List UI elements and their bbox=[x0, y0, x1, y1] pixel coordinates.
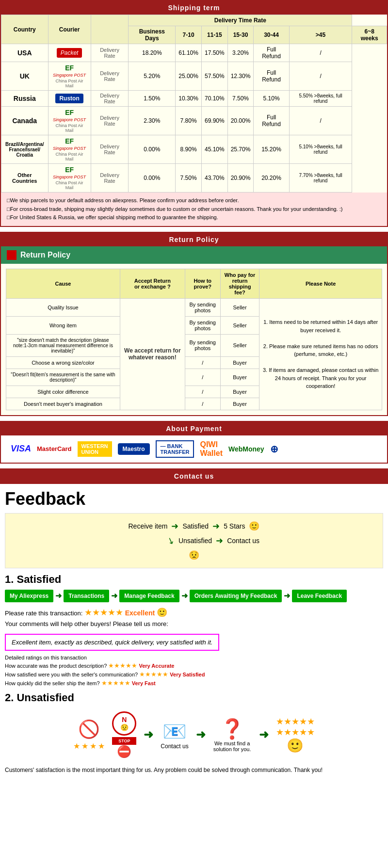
no-sign-icon: 🚫 bbox=[73, 719, 105, 739]
pays-wrong-size: Buyer bbox=[220, 356, 259, 369]
usa-15-30: 17.50% bbox=[201, 44, 227, 62]
brazil-45: 15.20% bbox=[254, 135, 289, 164]
arrow-diagonal: ↘ bbox=[166, 534, 177, 547]
brazil-15-30: 45.10% bbox=[201, 135, 227, 164]
courier-canada: EF Singapore POST China Post Air Mail bbox=[48, 107, 91, 135]
western-union-logo: WESTERNUNION bbox=[78, 441, 112, 457]
delivery-rate-canada: Delivery Rate bbox=[91, 107, 129, 135]
smiley-excellent: 🙂 bbox=[157, 608, 167, 617]
find-solution-label: We must find a solution for you. bbox=[213, 740, 252, 752]
cause-doesnt-fit: "Doesn't fit(item's measurement is the s… bbox=[6, 369, 120, 386]
flow-arrow-2: ➜ bbox=[111, 591, 117, 600]
col-who-pays: Who pay for returnshipping fee? bbox=[220, 269, 259, 298]
stop-label: STOP bbox=[112, 737, 136, 745]
detail-title: Detailed ratings on this transaction bbox=[5, 655, 383, 660]
sample-text: Excellent item, exactly as described, qu… bbox=[5, 634, 219, 651]
shipping-table: Country Courier Delivery Time Rate Busin… bbox=[1, 15, 387, 193]
result-stars-group: ★★★★★★★★★★ 🙂 bbox=[276, 716, 315, 754]
satisfied-section-title: 1. Satisfied bbox=[5, 573, 383, 586]
brazil-7-10: 0.00% bbox=[129, 135, 176, 164]
note-2: □For cross-broad trade, shipping may sli… bbox=[7, 205, 381, 214]
stop-sign-icon: ⛔ bbox=[112, 745, 136, 758]
detail-rating-1: Very Accurate bbox=[139, 663, 174, 669]
russia-6-8: 5.50% >8weeks, full refund bbox=[289, 91, 352, 107]
uk-6-8: / bbox=[289, 62, 352, 91]
five-stars-label: 5 Stars bbox=[224, 522, 245, 530]
return-table: Cause Accept Returnor exchange ? How to … bbox=[6, 269, 382, 410]
cause-wrong-size: Choose a wrong size/color bbox=[6, 356, 120, 369]
delivery-rate-brazil: Delivery Rate bbox=[91, 135, 129, 164]
cause-color: Slight color difference bbox=[6, 386, 120, 398]
ratings-detail: Detailed ratings on this transaction How… bbox=[5, 655, 383, 687]
smiley-satisfied: 🙂 bbox=[249, 521, 259, 531]
russia-7-10: 1.50% bbox=[129, 91, 176, 107]
result-stars: ★★★★★★★★★★ bbox=[276, 716, 315, 738]
prove-size: By sending photos bbox=[185, 334, 220, 356]
col-45: >45 bbox=[289, 26, 352, 44]
country-canada: Canada bbox=[1, 107, 48, 135]
other-6-8: 7.70% >8weeks, full refund bbox=[289, 164, 352, 193]
table-row: Canada EF Singapore POST China Post Air … bbox=[1, 107, 387, 135]
flow-orders-awaiting: Orders Awaiting My Feedback bbox=[190, 590, 282, 602]
canada-15-30: 69.90% bbox=[201, 107, 227, 135]
col-bdays: Business Days bbox=[129, 26, 176, 44]
cause-wrong-item: Wrong item bbox=[6, 316, 120, 334]
col-11-15: 11-15 bbox=[201, 26, 227, 44]
note-3: □For United States & Russia, we offer sp… bbox=[7, 213, 381, 222]
rate-line: Please rate this transaction: ★★★★★ Exce… bbox=[5, 607, 383, 618]
prove-doesnt-fit: / bbox=[185, 369, 220, 386]
other-30-44: 20.90% bbox=[227, 164, 254, 193]
courier-uk: EF Singapore POST China Post Air Mail bbox=[48, 62, 91, 91]
chinapost-other: China Post Air Mail bbox=[51, 180, 88, 190]
detail-label-2: How satisfied were you with the seller's… bbox=[5, 672, 138, 677]
country-russia: Russia bbox=[1, 91, 48, 107]
ef-logo: EF bbox=[65, 64, 74, 72]
detail-row-2: How satisfied were you with the seller's… bbox=[5, 671, 383, 678]
table-row: UK EF Singapore POST China Post Air Mail… bbox=[1, 62, 387, 91]
prove-wrong-size: / bbox=[185, 356, 220, 369]
detail-rating-3: Very Fast bbox=[132, 680, 156, 686]
feedback-flow-line1: Receive item ➜ Satisfied ➜ 5 Stars 🙂 bbox=[13, 521, 375, 531]
brazil-11-15: 8.90% bbox=[176, 135, 202, 164]
chinapost-label: China Post Air Mail bbox=[51, 79, 88, 88]
aliexpress-flow: My Aliexpress ➜ Transactions ➜ Manage Fe… bbox=[5, 590, 383, 602]
contact-section: Contact us bbox=[0, 468, 388, 484]
other-45: 20.20% bbox=[254, 164, 289, 193]
detail-stars-2: ★★★★★ bbox=[139, 671, 168, 678]
uk-45: Full Refund bbox=[254, 62, 289, 91]
russia-30-44: 7.50% bbox=[227, 91, 254, 107]
singapore-post-brazil: Singapore POST bbox=[53, 146, 86, 151]
detail-row-3: How quickly did the seller ship the item… bbox=[5, 679, 383, 687]
brazil-6-8: 5.10% >8weeks, full refund bbox=[289, 135, 352, 164]
detail-label-3: How quickly did the seller ship the item… bbox=[5, 680, 100, 686]
stars-rating: ★★★★★ bbox=[84, 608, 123, 617]
ef-logo-brazil: EF bbox=[65, 137, 74, 145]
singapore-post-canada: Singapore POST bbox=[53, 117, 86, 122]
n-circle-icon: N😟 bbox=[112, 711, 136, 736]
chinapost-canada: China Post Air Mail bbox=[51, 123, 88, 133]
pays-doesnt-fit: Buyer bbox=[220, 369, 259, 386]
col-courier: Courier bbox=[48, 15, 91, 44]
please-note-cell: 1. Items need to be returned within 14 d… bbox=[259, 298, 382, 410]
col-7-10: 7-10 bbox=[176, 26, 202, 44]
detail-stars-1: ★★★★★ bbox=[108, 662, 137, 669]
rate-line-label: Please rate this transaction: bbox=[5, 610, 82, 617]
other-15-30: 43.70% bbox=[201, 164, 227, 193]
shipping-section: Shipping term Country Courier Delivery T… bbox=[0, 0, 388, 227]
sample-text-wrapper: Excellent item, exactly as described, qu… bbox=[5, 630, 383, 655]
return-policy-title: Return Policy bbox=[20, 251, 70, 259]
flow-manage-feedback: Manage Feedback bbox=[119, 590, 179, 602]
payment-section: About Payment VISA MasterCard WESTERNUNI… bbox=[0, 421, 388, 464]
stars-row-unsat: ★ ★ ★ ★ bbox=[73, 741, 105, 751]
feedback-flow-line2: ↘ Unsatisfied ➜ Contact us bbox=[51, 535, 375, 546]
prove-imagination: / bbox=[185, 398, 220, 410]
star-u3: ★ bbox=[90, 741, 97, 751]
return-table-wrapper: Cause Accept Returnor exchange ? How to … bbox=[1, 264, 387, 415]
delivery-rate-other: Delivery Rate bbox=[91, 164, 129, 193]
qiwi-logo: QIWIWallet bbox=[200, 440, 223, 458]
flow-arrow-1: ➜ bbox=[55, 591, 62, 600]
usa-6-8: / bbox=[289, 44, 352, 62]
courier-usa: Packet bbox=[48, 44, 91, 62]
stop-icon-group: N😟 STOP ⛔ bbox=[112, 711, 136, 758]
star-u2: ★ bbox=[81, 741, 88, 751]
